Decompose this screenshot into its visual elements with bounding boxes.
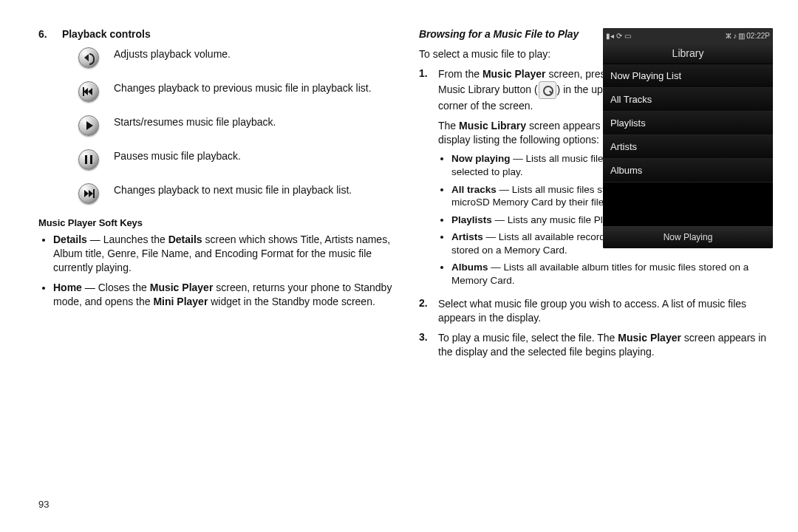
library-item-playlists[interactable]: Playlists — [603, 112, 773, 135]
text: Select what music file group you wish to… — [438, 297, 773, 325]
control-desc: Changes playback to next music file in p… — [103, 183, 352, 197]
text: — Closes the — [82, 282, 150, 293]
section-heading: 6. Playback controls — [38, 28, 392, 40]
bt-icon: ⵣ — [726, 32, 732, 40]
step-number: 1. — [419, 67, 438, 291]
library-title: Library — [603, 43, 773, 64]
text: widget in the Standby mode screen. — [208, 296, 375, 307]
library-item-all-tracks[interactable]: All Tracks — [603, 88, 773, 112]
page-number: 93 — [38, 499, 49, 510]
term: Now playing — [451, 153, 511, 164]
section-title: Playback controls — [62, 28, 151, 40]
text: — Launches the — [87, 233, 168, 245]
term: Music Library — [459, 120, 526, 132]
library-screenshot: ▮◂ ⟳ ▭ ⵣ♪▥02:22P Library Now Playing Lis… — [603, 28, 773, 248]
list-item: Albums — Lists all available album title… — [451, 261, 773, 287]
softkeys-list: Details — Launches the Details screen wh… — [53, 233, 392, 308]
magnifier-icon — [539, 81, 556, 99]
text: The — [438, 120, 459, 132]
sync-icon: ⟳ — [616, 32, 622, 40]
next-icon — [78, 183, 99, 204]
control-desc: Adjusts playback volume. — [103, 47, 231, 61]
list-item: 2. Select what music file group you wish… — [419, 297, 773, 325]
term: Artists — [451, 231, 483, 242]
term: Music Player — [482, 68, 546, 80]
status-bar: ▮◂ ⟳ ▭ ⵣ♪▥02:22P — [603, 28, 773, 43]
softkeys-heading: Music Player Soft Keys — [38, 217, 392, 228]
library-list: Now Playing List All Tracks Playlists Ar… — [603, 64, 773, 183]
battery-icon: ▥ — [738, 32, 745, 40]
text: To play a music file, select the file. T… — [438, 332, 618, 344]
previous-icon — [78, 81, 99, 102]
term: Mini Player — [153, 296, 208, 307]
term: Home — [53, 282, 82, 293]
term: Music Player — [618, 332, 681, 344]
term: All tracks — [451, 184, 497, 195]
term: Albums — [451, 262, 488, 273]
text: From the — [438, 68, 482, 80]
library-item-artists[interactable]: Artists — [603, 135, 773, 159]
play-icon — [78, 115, 99, 136]
pause-icon — [78, 149, 99, 170]
term: Playlists — [451, 214, 492, 225]
playback-controls-table: Adjusts playback volume. Changes playbac… — [74, 47, 392, 204]
music-note-icon: ♪ — [733, 32, 737, 40]
term: Details — [53, 233, 87, 245]
control-desc: Starts/resumes music file playback. — [103, 115, 276, 129]
signal-icon: ▮◂ — [606, 32, 614, 40]
card-icon: ▭ — [624, 32, 631, 40]
volume-icon — [78, 47, 99, 68]
clock-text: 02:22P — [746, 32, 770, 40]
list-item: 3. To play a music file, select the file… — [419, 331, 773, 359]
library-item-now-playing-list[interactable]: Now Playing List — [603, 64, 773, 88]
list-item: Home — Closes the Music Player screen, r… — [53, 281, 392, 309]
library-item-albums[interactable]: Albums — [603, 159, 773, 183]
section-number: 6. — [38, 28, 59, 40]
list-item: Details — Launches the Details screen wh… — [53, 233, 392, 275]
term: Music Player — [150, 282, 214, 293]
control-desc: Pauses music file playback. — [103, 149, 241, 163]
term: Details — [168, 233, 202, 245]
control-desc: Changes playback to previous music file … — [103, 81, 372, 95]
text: — Lists all available album titles for m… — [451, 262, 748, 286]
step-number: 3. — [419, 331, 438, 359]
now-playing-softkey[interactable]: Now Playing — [603, 226, 773, 248]
step-number: 2. — [419, 297, 438, 325]
